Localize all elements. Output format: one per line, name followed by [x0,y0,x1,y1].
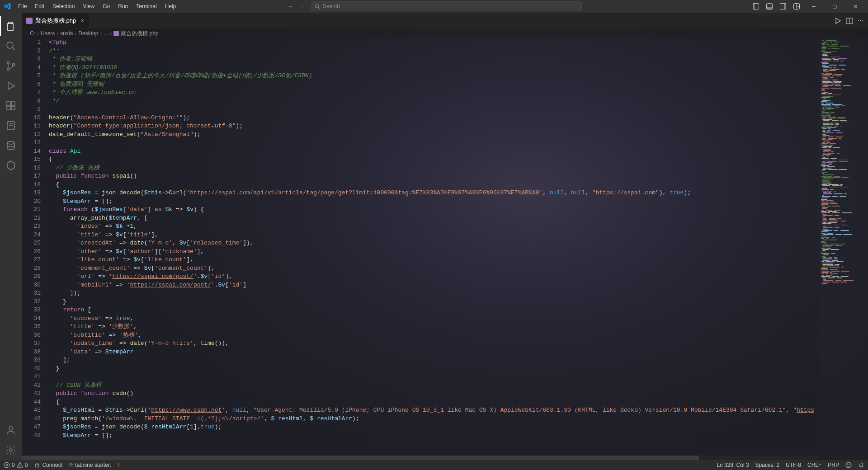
status-bell-icon[interactable] [858,462,864,468]
svg-point-35 [849,464,850,465]
source-control-icon[interactable] [0,56,22,76]
breadcrumb-seg[interactable]: Desktop [78,30,98,37]
breadcrumb-seg[interactable]: Users [41,30,55,37]
tab-filename: 聚合热搜榜.php [35,17,76,25]
svg-point-33 [846,462,851,468]
svg-rect-17 [7,106,10,110]
split-editor-icon[interactable] [846,17,853,24]
run-icon[interactable] [834,17,841,24]
status-spaces[interactable]: Spaces: 2 [755,462,779,468]
menu-go[interactable]: Go [99,1,113,11]
tab-close-icon[interactable]: × [80,17,84,24]
database-icon[interactable] [0,136,22,155]
run-debug-icon[interactable] [0,76,22,96]
layout-sidebar-right-icon[interactable] [778,1,788,11]
code-content[interactable]: <?php/** * 作者:苏晓晴 * 作者QQ:3074193836 * 热搜… [49,38,818,460]
svg-point-24 [9,427,13,430]
window-maximize-icon[interactable]: ▢ [826,1,844,11]
status-ln-col[interactable]: Ln 328, Col 3 [717,462,749,468]
minimap[interactable] [818,38,868,460]
command-center-search[interactable]: Search [311,1,582,11]
php-file-icon [26,18,33,24]
status-encoding[interactable]: UTF-8 [786,462,801,468]
plug-icon [34,462,40,468]
svg-rect-19 [11,102,15,105]
search-icon[interactable] [0,36,22,56]
window-close-icon[interactable]: ✕ [846,1,864,11]
menu-terminal[interactable]: Terminal [132,1,160,11]
svg-point-0 [316,5,319,8]
svg-point-32 [19,466,20,467]
horizontal-scrollbar[interactable] [22,456,818,460]
error-icon [4,462,10,468]
titlebar: FileEditSelectionViewGoRunTerminalHelp ←… [0,0,868,13]
activity-bar [0,13,22,460]
svg-rect-5 [767,7,773,9]
search-placeholder: Search [323,3,340,9]
project-icon[interactable] [0,116,22,136]
tab-file[interactable]: 聚合热搜榜.php × [22,13,90,28]
main-menu: FileEditSelectionViewGoRunTerminalHelp [14,1,179,11]
breadcrumb-seg[interactable]: 聚合热搜榜.php [113,30,158,38]
window-minimize-icon[interactable]: ─ [805,1,823,11]
breadcrumb-seg[interactable]: suxia [60,30,73,37]
nav-forward-icon[interactable]: → [298,3,307,10]
svg-rect-16 [7,102,10,105]
layout-panel-icon[interactable] [764,1,775,11]
status-feedback-icon[interactable] [845,462,852,468]
svg-point-11 [7,42,13,48]
status-lang[interactable]: PHP [828,462,839,468]
menu-selection[interactable]: Selection [49,1,78,11]
svg-point-23 [7,141,14,144]
vscode-logo-icon [4,3,11,10]
explorer-icon[interactable] [0,16,22,36]
status-eol[interactable]: CRLF [807,462,821,468]
status-problems[interactable]: 0 0 [4,462,28,468]
menu-help[interactable]: Help [161,1,180,11]
status-tabnine[interactable]: ⟳ tabnine starter: ! [69,462,119,468]
svg-point-34 [847,464,848,465]
layout-sidebar-left-icon[interactable] [750,1,761,11]
menu-file[interactable]: File [14,1,30,11]
breadcrumb-seg[interactable]: C: [30,30,35,37]
warning-icon [17,462,23,468]
status-connect[interactable]: Connect [34,462,62,468]
svg-point-13 [7,62,9,64]
code-editor[interactable]: 1234567891011121314151617181920212223242… [22,38,868,460]
breadcrumb[interactable]: C:›Users›suxia›Desktop›...›聚合热搜榜.php [22,28,868,38]
nav-back-icon[interactable]: ← [286,3,295,10]
account-icon[interactable] [0,420,22,440]
svg-rect-3 [753,4,755,9]
line-gutter: 1234567891011121314151617181920212223242… [22,38,49,460]
svg-rect-18 [11,106,15,110]
menu-view[interactable]: View [79,1,98,11]
menu-edit[interactable]: Edit [31,1,48,11]
svg-point-15 [13,64,15,66]
svg-rect-7 [784,4,786,9]
tab-bar: 聚合热搜榜.php × ⋯ [22,13,868,28]
svg-point-25 [9,449,12,451]
settings-gear-icon[interactable] [0,440,22,460]
svg-line-1 [318,7,320,9]
extensions-icon[interactable] [0,96,22,116]
menu-run[interactable]: Run [114,1,132,11]
svg-point-14 [7,68,9,70]
hexagon-icon[interactable] [0,155,22,175]
more-actions-icon[interactable]: ⋯ [858,17,863,24]
status-bar: 0 0 Connect ⟳ tabnine starter: ! Ln 328,… [0,460,868,470]
search-icon [315,4,320,9]
svg-line-12 [12,47,15,50]
breadcrumb-seg[interactable]: ... [104,30,108,37]
customize-layout-icon[interactable] [791,1,802,11]
